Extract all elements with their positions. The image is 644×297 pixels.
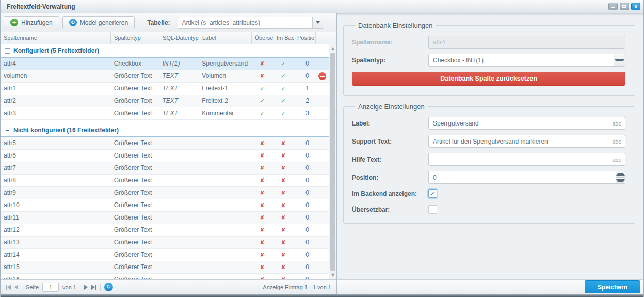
label-field-label: Label: [352, 120, 428, 127]
support-text-input[interactable] [429, 135, 608, 147]
group-header[interactable]: Nicht konfiguriert (16 Freitextfelder) [1, 124, 329, 137]
table-row[interactable]: attr10Größerer Text✘✘0 [1, 199, 329, 212]
coltype-combobox-input[interactable] [429, 54, 614, 66]
support-text-field[interactable]: abc [428, 135, 625, 148]
table-combobox[interactable] [178, 17, 324, 29]
coltype-combobox[interactable] [428, 54, 625, 67]
translatable-checkbox[interactable] [428, 205, 437, 214]
last-page-button[interactable] [91, 285, 96, 290]
cell-im-backend: ✓ [273, 95, 294, 107]
column-header-spaltentyp[interactable]: Spaltentyp [111, 32, 159, 44]
cross-icon: ✘ [281, 252, 285, 258]
check-icon: ✓ [281, 85, 285, 92]
table-row[interactable]: attr5Größerer Text✘✘0 [1, 137, 329, 150]
collapse-icon[interactable] [5, 128, 10, 133]
cell-spaltentyp: Größerer Text [111, 261, 159, 273]
help-text-input[interactable] [429, 153, 608, 165]
cell-uebersetzbar: ✓ [251, 107, 273, 119]
cell-spaltentyp: Größerer Text [111, 83, 159, 95]
minimize-button[interactable] [608, 3, 618, 10]
window-bottom-edge [1, 294, 643, 297]
cell-position: 2 [294, 95, 315, 107]
reset-column-button[interactable]: Datenbank Spalte zurücksetzen [352, 72, 625, 86]
cell-uebersetzbar: ✘ [251, 261, 273, 273]
column-header-label[interactable]: Label [199, 32, 252, 44]
maximize-icon [622, 5, 626, 8]
pager-status: Anzeige Eintrag 1 - 1 von 1 [263, 284, 331, 290]
stepper-up-button[interactable] [616, 171, 625, 177]
column-header-uebersetzbar[interactable]: Überse [252, 32, 273, 44]
help-text-field[interactable]: abc [428, 153, 625, 166]
cell-spaltenname: attr15 [1, 261, 111, 273]
scroll-down-icon[interactable]: ▼ [329, 271, 336, 279]
stepper-down-button[interactable] [616, 177, 625, 183]
cell-label [199, 261, 251, 273]
add-button[interactable]: + Hinzufügen [4, 16, 59, 29]
table-row[interactable]: attr11Größerer Text✘✘0 [1, 212, 329, 224]
column-header-im-backend[interactable]: Im Bac [273, 32, 294, 44]
vertical-scrollbar[interactable]: ▲ ▼ [329, 44, 336, 279]
page-number-input[interactable] [42, 283, 59, 292]
position-field[interactable] [428, 171, 625, 184]
first-page-button[interactable] [6, 285, 11, 290]
form-footer: Speichern [337, 279, 643, 294]
minimize-icon [611, 7, 615, 8]
cell-sql-datentyp [159, 274, 199, 279]
table-row[interactable]: attr12Größerer Text✘✘0 [1, 224, 329, 237]
generate-model-button[interactable]: ↻ Model generieren [62, 16, 135, 29]
scroll-up-icon[interactable]: ▲ [329, 44, 336, 53]
prev-page-button[interactable] [14, 285, 18, 290]
position-input[interactable] [429, 171, 616, 183]
table-combobox-trigger[interactable] [312, 17, 324, 28]
backend-checkbox[interactable] [428, 189, 437, 198]
delete-icon[interactable] [318, 72, 326, 80]
table-row[interactable]: volumenGrößerer TextTEXTVolumen✘✓0 [1, 70, 329, 83]
cell-label [199, 274, 251, 279]
close-button[interactable]: x [631, 3, 640, 10]
next-page-button[interactable] [84, 285, 88, 290]
collapse-icon[interactable] [5, 48, 10, 54]
table-row[interactable]: attr8Größerer Text✘✘0 [1, 175, 329, 187]
table-row[interactable]: attr15Größerer Text✘✘0 [1, 261, 329, 274]
cell-uebersetzbar: ✘ [251, 70, 273, 82]
cell-spaltenname: attr4 [1, 58, 111, 70]
table-row[interactable]: attr7Größerer Text✘✘0 [1, 162, 329, 175]
table-row[interactable]: attr2Größerer TextTEXTFreitext-2✓✓2 [1, 95, 329, 107]
table-row[interactable]: attr3Größerer TextTEXTKommentar✓✓3 [1, 107, 329, 120]
save-button[interactable]: Speichern [585, 280, 640, 293]
cell-label [199, 175, 251, 186]
position-stepper[interactable] [616, 171, 625, 183]
cell-action [315, 58, 329, 70]
table-row[interactable]: attr13Größerer Text✘✘0 [1, 237, 329, 249]
table-row[interactable]: attr14Größerer Text✘✘0 [1, 249, 329, 261]
refresh-button[interactable]: ↻ [104, 283, 113, 291]
column-header-position[interactable]: Positio [294, 32, 316, 44]
text-type-icon: abc [608, 157, 625, 163]
coltype-combobox-trigger[interactable] [614, 54, 625, 66]
column-header-spaltenname[interactable]: Spaltenname [1, 32, 111, 44]
cell-label [199, 199, 251, 211]
cross-icon: ✘ [260, 264, 265, 271]
cell-action [315, 261, 329, 273]
cell-spaltentyp: Größerer Text [111, 199, 159, 211]
maximize-button[interactable] [620, 3, 629, 10]
cell-im-backend: ✘ [273, 237, 294, 248]
table-row[interactable]: attr16Größerer Text✘✘0 [1, 274, 329, 279]
group-header[interactable]: Konfiguriert (5 Freitextfelder) [1, 44, 329, 58]
cell-sql-datentyp: INT(1) [159, 58, 199, 70]
table-row[interactable]: attr6Größerer Text✘✘0 [1, 150, 329, 162]
cell-im-backend: ✘ [273, 137, 294, 149]
table-row[interactable]: attr1Größerer TextTEXTFreitext-1✓✓1 [1, 83, 329, 95]
table-row[interactable]: attr9Größerer Text✘✘0 [1, 187, 329, 199]
table-combobox-input[interactable] [178, 17, 312, 28]
label-input[interactable] [429, 117, 608, 129]
cell-action [315, 107, 329, 119]
cross-icon: ✘ [260, 140, 265, 147]
scrollbar-thumb[interactable] [330, 53, 335, 271]
column-header-sql-datentyp[interactable]: SQL-Datentyp [159, 32, 199, 44]
cell-sql-datentyp [159, 150, 199, 162]
label-field[interactable]: abc [428, 117, 625, 130]
cell-sql-datentyp [159, 212, 199, 224]
table-row[interactable]: attr4CheckboxINT(1)Sperrgutversand✘✓0 [1, 58, 329, 70]
cell-uebersetzbar: ✘ [251, 249, 273, 261]
